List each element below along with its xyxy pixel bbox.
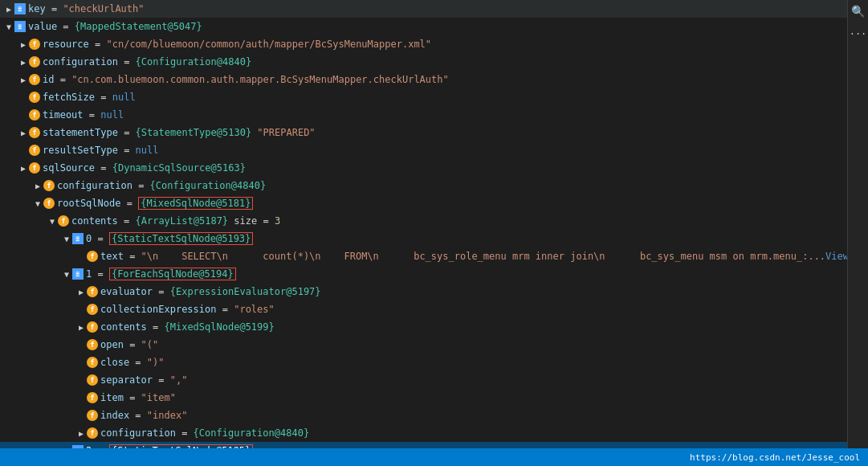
row-content: statementType = {StatementType@5130} "PR…: [43, 127, 316, 138]
tree-row[interactable]: f text = "\n SELECT\n count(*)\n FROM\n …: [0, 247, 847, 265]
tree-arrow[interactable]: ▼: [32, 199, 43, 208]
row-content: evaluator = {ExpressionEvaluator@5197}: [100, 286, 321, 297]
tree-arrow[interactable]: ▶: [18, 76, 29, 84]
tree-arrow[interactable]: ▶: [75, 323, 87, 332]
bottom-url: https://blog.csdn.net/Jesse_cool: [690, 452, 860, 463]
field-icon: f: [87, 427, 98, 439]
tree-row[interactable]: ▼f rootSqlNode = {MixedSqlNode@5181}: [0, 194, 847, 212]
row-content: key = "checkUrlAuth": [28, 3, 145, 14]
tree-row[interactable]: ▶f id = "cn.com.bluemoon.common.auth.map…: [0, 71, 847, 88]
right-panel: 🔍 ···: [847, 0, 868, 466]
tree-row[interactable]: f close = ")": [0, 354, 847, 371]
row-content: resource = "cn/com/bluemoon/common/auth/…: [43, 39, 431, 50]
field-icon: f: [29, 74, 40, 85]
list-icon: ≣: [14, 3, 26, 14]
tree-arrow[interactable]: ▶: [3, 5, 14, 14]
tree-arrow[interactable]: ▼: [61, 235, 72, 243]
field-icon: f: [58, 215, 69, 227]
row-content: configuration = {Configuration@4840}: [100, 427, 309, 439]
tree-arrow[interactable]: ▶: [18, 58, 29, 67]
row-content: text = "\n SELECT\n count(*)\n FROM\n bc…: [100, 251, 847, 262]
field-icon: f: [87, 357, 98, 368]
field-icon: f: [29, 56, 40, 67]
tree-row[interactable]: ▶f resource = "cn/com/bluemoon/common/au…: [0, 35, 847, 53]
tree-arrow[interactable]: ▶: [18, 40, 29, 49]
tree-row[interactable]: ▶≣ key = "checkUrlAuth": [0, 0, 847, 18]
field-icon: f: [29, 127, 40, 138]
tree-arrow[interactable]: ▼: [47, 217, 58, 226]
row-content: value = {MappedStatement@5047}: [28, 21, 202, 32]
tree-row[interactable]: f timeout = null: [0, 106, 847, 124]
tree-row[interactable]: ▼≣ 1 = {ForEachSqlNode@5194}: [0, 265, 847, 283]
tree-row[interactable]: f resultSetType = null: [0, 141, 847, 159]
row-content: contents = {MixedSqlNode@5199}: [100, 321, 275, 333]
tree-row[interactable]: ▶f configuration = {Configuration@4840}: [0, 424, 847, 442]
tree-row[interactable]: ▶f configuration = {Configuration@4840}: [0, 177, 847, 194]
field-icon: f: [29, 162, 40, 174]
row-content: configuration = {Configuration@4840}: [43, 56, 251, 67]
list-icon: ≣: [14, 21, 26, 32]
tree-row[interactable]: ▶f sqlSource = {DynamicSqlSource@5163}: [0, 159, 847, 177]
field-icon: f: [29, 92, 40, 103]
field-icon: f: [87, 374, 98, 386]
tree-arrow[interactable]: ▼: [61, 270, 72, 279]
tree-row[interactable]: f fetchSize = null: [0, 88, 847, 106]
search-button[interactable]: 🔍: [850, 3, 866, 19]
tree-arrow[interactable]: ▶: [75, 429, 87, 438]
debugger-container: ▶≣ key = "checkUrlAuth"▼≣ value = {Mappe…: [0, 0, 868, 466]
tree-row[interactable]: ▼≣ 0 = {StaticTextSqlNode@5193}: [0, 230, 847, 247]
tree-row[interactable]: f item = "item": [0, 389, 847, 407]
tree-area: ▶≣ key = "checkUrlAuth"▼≣ value = {Mappe…: [0, 0, 847, 466]
row-content: fetchSize = null: [43, 92, 136, 103]
tree-arrow[interactable]: ▼: [3, 22, 14, 31]
row-content: separator = ",": [100, 374, 187, 386]
row-content: 1 = {ForEachSqlNode@5194}: [86, 268, 236, 280]
field-icon: f: [29, 109, 40, 121]
tree-arrow[interactable]: ▶: [32, 182, 43, 190]
row-content: close = ")": [100, 357, 165, 368]
field-icon: f: [87, 251, 98, 262]
tree-arrow[interactable]: ▶: [18, 129, 29, 137]
tree-arrow[interactable]: ▶: [18, 164, 29, 173]
tree-row[interactable]: ▼≣ value = {MappedStatement@5047}: [0, 18, 847, 35]
row-content: timeout = null: [43, 109, 124, 121]
field-icon: f: [43, 198, 55, 209]
tree-arrow[interactable]: ▶: [75, 288, 87, 296]
row-content: contents = {ArrayList@5187} size = 3: [71, 215, 280, 227]
tree-row[interactable]: f index = "index": [0, 407, 847, 424]
field-icon: f: [87, 410, 98, 421]
field-icon: f: [87, 304, 98, 315]
row-content: collectionExpression = "roles": [100, 304, 275, 315]
list-icon: ≣: [72, 268, 84, 280]
field-icon: f: [43, 180, 55, 191]
bottom-bar: https://blog.csdn.net/Jesse_cool: [0, 448, 868, 466]
more-button[interactable]: ···: [850, 26, 866, 42]
field-icon: f: [87, 339, 98, 350]
row-content: index = "index": [100, 410, 187, 421]
field-icon: f: [29, 145, 40, 156]
row-content: resultSetType = null: [43, 145, 159, 156]
row-content: id = "cn.com.bluemoon.common.auth.mapper…: [43, 74, 449, 85]
row-content: open = "(": [100, 339, 158, 350]
tree-row[interactable]: ▶f evaluator = {ExpressionEvaluator@5197…: [0, 283, 847, 300]
field-icon: f: [29, 39, 40, 50]
row-content: item = "item": [100, 392, 176, 403]
tree-row[interactable]: f collectionExpression = "roles": [0, 300, 847, 318]
tree-row[interactable]: ▼f contents = {ArrayList@5187} size = 3: [0, 212, 847, 230]
row-content: rootSqlNode = {MixedSqlNode@5181}: [57, 197, 253, 210]
field-icon: f: [87, 321, 98, 333]
tree-row[interactable]: ▶f contents = {MixedSqlNode@5199}: [0, 318, 847, 336]
tree-row[interactable]: f open = "(": [0, 336, 847, 354]
tree-row[interactable]: f separator = ",": [0, 371, 847, 389]
row-content: 0 = {StaticTextSqlNode@5193}: [86, 232, 253, 245]
list-icon: ≣: [72, 233, 84, 244]
row-content: configuration = {Configuration@4840}: [57, 180, 266, 191]
field-icon: f: [87, 392, 98, 403]
tree-row[interactable]: ▶f configuration = {Configuration@4840}: [0, 53, 847, 71]
field-icon: f: [87, 286, 98, 297]
tree-row[interactable]: ▶f statementType = {StatementType@5130} …: [0, 124, 847, 141]
row-content: sqlSource = {DynamicSqlSource@5163}: [43, 162, 246, 174]
